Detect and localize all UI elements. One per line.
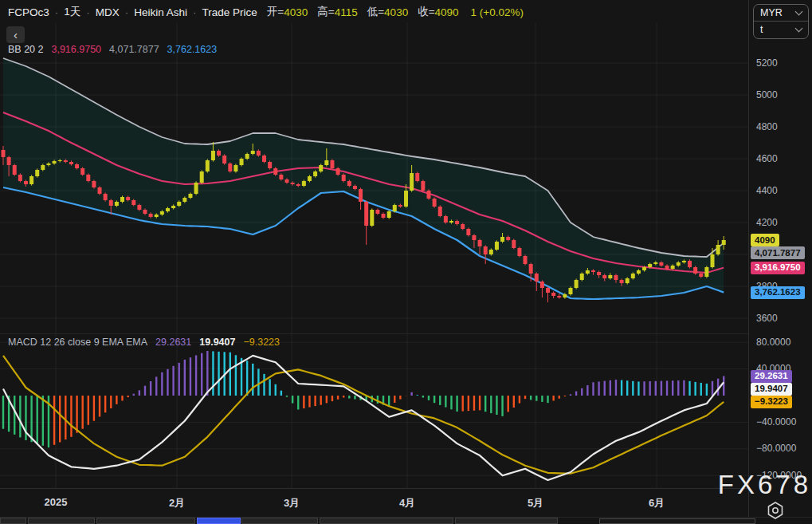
scrollbar-segment[interactable] bbox=[455, 518, 558, 524]
candle-body bbox=[438, 207, 442, 216]
axis-value-badge: 3,916.9750 bbox=[751, 262, 805, 274]
candle-body bbox=[375, 210, 379, 214]
candle-body bbox=[160, 211, 164, 215]
candle-body bbox=[591, 270, 595, 272]
candle-body bbox=[64, 160, 68, 162]
candle-body bbox=[461, 224, 465, 229]
separator-dot: · bbox=[193, 6, 197, 18]
candle-body bbox=[455, 221, 459, 224]
candle-body bbox=[268, 162, 272, 168]
candle-body bbox=[398, 205, 402, 207]
candle-body bbox=[18, 175, 22, 181]
unit-dropdown[interactable]: t bbox=[754, 21, 808, 37]
scrollbar-segment[interactable] bbox=[0, 518, 26, 524]
scrollbar-segment[interactable] bbox=[28, 518, 95, 524]
candle-body bbox=[217, 151, 221, 156]
candle-body bbox=[404, 191, 408, 207]
candle-body bbox=[324, 160, 328, 165]
candle-body bbox=[370, 210, 374, 226]
candle-body bbox=[137, 205, 141, 210]
candle-body bbox=[58, 160, 62, 161]
symbol-status-bar: FCPOc3 · 1天 · MDX · Heikin Ashi · Trade … bbox=[8, 5, 524, 19]
candle-body bbox=[143, 210, 147, 214]
candle-body bbox=[551, 293, 555, 296]
candle-body bbox=[302, 181, 306, 186]
candle-body bbox=[13, 165, 17, 175]
bottom-scrollbar[interactable] bbox=[0, 517, 812, 524]
interval-label[interactable]: 1天 bbox=[64, 5, 80, 19]
candle-body bbox=[313, 171, 317, 176]
pane-divider[interactable] bbox=[0, 333, 748, 334]
macd-pane[interactable] bbox=[0, 333, 748, 488]
currency-unit-box: MYR t bbox=[753, 4, 809, 39]
trading-chart-app: FCPOc3 · 1天 · MDX · Heikin Ashi · Trade … bbox=[0, 0, 812, 524]
candle-body bbox=[115, 202, 119, 206]
candle-body bbox=[693, 267, 697, 274]
candle-body bbox=[699, 274, 703, 277]
candle-body bbox=[535, 274, 539, 282]
scrollbar-segment[interactable] bbox=[96, 518, 195, 524]
candle-body bbox=[177, 202, 181, 206]
candle-body bbox=[524, 256, 528, 264]
candle-body bbox=[415, 173, 419, 181]
candle-body bbox=[222, 156, 226, 164]
candle-body bbox=[642, 267, 646, 270]
scrollbar-active-thumb[interactable] bbox=[197, 518, 241, 524]
chevron-left-icon: ‹ bbox=[14, 28, 18, 41]
axis-value-badge: 29.2631 bbox=[751, 370, 792, 383]
back-button[interactable]: ‹ bbox=[6, 26, 25, 43]
time-axis[interactable]: 20252月3月4月5月6月 bbox=[0, 488, 812, 517]
candle-body bbox=[410, 173, 414, 191]
candle-body bbox=[353, 186, 357, 189]
candle-body bbox=[484, 246, 488, 254]
series-label: Trade Price bbox=[202, 6, 257, 18]
axis-value-badge: 3,762.1623 bbox=[751, 286, 805, 299]
bb-upper-value: 4,071.7877 bbox=[109, 44, 159, 55]
candle-body bbox=[364, 202, 368, 226]
axis-tick-label: 4400 bbox=[756, 185, 778, 197]
candle-body bbox=[597, 272, 601, 275]
candle-body bbox=[620, 280, 624, 283]
currency-dropdown[interactable]: MYR bbox=[754, 5, 808, 21]
bottom-panel-box[interactable] bbox=[599, 518, 755, 524]
scrollbar-segment[interactable] bbox=[241, 518, 318, 524]
candle-body bbox=[495, 242, 499, 250]
candle-body bbox=[359, 189, 363, 202]
candle-body bbox=[711, 254, 715, 267]
currency-value: MYR bbox=[760, 7, 783, 18]
candle-body bbox=[69, 162, 73, 164]
candle-body bbox=[273, 168, 277, 175]
symbol-name[interactable]: FCPOc3 bbox=[8, 6, 49, 18]
candle-body bbox=[279, 175, 283, 179]
candle-body bbox=[659, 262, 663, 266]
macd-indicator-legend[interactable]: MACD 12 26 close 9 EMA EMA 29.2631 19.94… bbox=[8, 337, 280, 348]
candle-body bbox=[444, 216, 448, 223]
bb-indicator-legend[interactable]: BB 20 2 3,916.9750 4,071.7877 3,762.1623 bbox=[8, 44, 217, 55]
macd-hist-value: 29.2631 bbox=[155, 337, 191, 348]
candle-body bbox=[104, 194, 108, 200]
time-axis-label: 5月 bbox=[528, 496, 543, 510]
close-value: 4090 bbox=[435, 6, 459, 18]
axis-tick-label: 3600 bbox=[756, 313, 778, 325]
bb-middle-value: 3,916.9750 bbox=[51, 44, 101, 55]
candle-body bbox=[665, 266, 669, 269]
candle-body bbox=[200, 171, 204, 183]
candle-body bbox=[637, 270, 641, 274]
low-label: 低= bbox=[367, 5, 384, 19]
price-axis[interactable]: 52005000480046004400420040003800360080.0… bbox=[748, 0, 812, 517]
candle-body bbox=[704, 267, 708, 277]
candle-body bbox=[489, 250, 493, 254]
candle-body bbox=[155, 215, 159, 217]
axis-tick-label: −120.0000 bbox=[756, 470, 802, 482]
candle-body bbox=[631, 274, 635, 278]
candle-body bbox=[330, 160, 334, 168]
scrollbar-segment[interactable] bbox=[320, 518, 453, 524]
candle-body bbox=[80, 168, 84, 175]
ohlc-open: 开= 4030 bbox=[267, 5, 308, 19]
candle-body bbox=[540, 282, 544, 288]
candle-body bbox=[682, 261, 686, 262]
candle-body bbox=[53, 161, 57, 164]
candle-body bbox=[109, 200, 113, 206]
main-price-chart[interactable] bbox=[0, 22, 748, 333]
candle-body bbox=[529, 264, 533, 274]
